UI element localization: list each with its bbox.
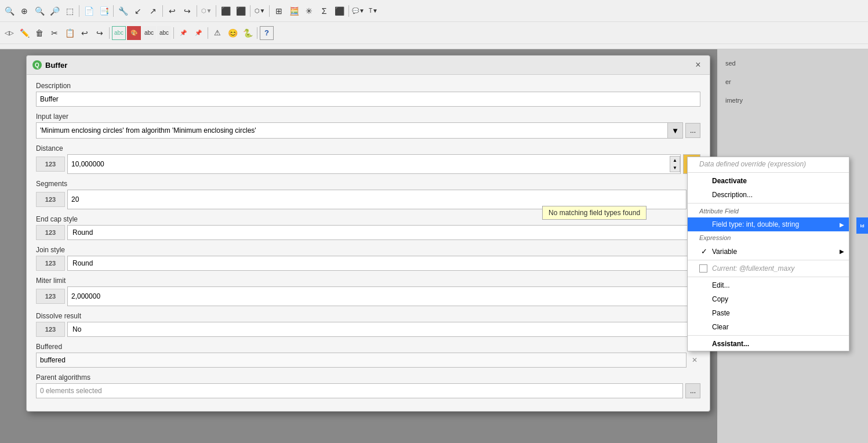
- input-layer-wrapper: ▼: [36, 122, 683, 139]
- toolbar-btn-pin[interactable]: 📌: [176, 26, 190, 40]
- dialog-close-button[interactable]: ×: [692, 59, 704, 71]
- menu-item-current: Current: @fullextent_maxy: [688, 262, 849, 275]
- menu-item-edit[interactable]: Edit...: [688, 278, 849, 292]
- miter-limit-controls: 123 ▲ ▼: [36, 286, 700, 306]
- toolbar-btn-label[interactable]: 💬▼: [351, 4, 365, 18]
- menu-item-variable[interactable]: ✓ Variable ▶: [688, 244, 849, 259]
- menu-field-type-text: Field type: int, double, string: [712, 220, 799, 228]
- toolbar-btn-calc[interactable]: 🧮: [287, 4, 301, 18]
- toolbar-btn-r3[interactable]: 🗑: [32, 26, 46, 40]
- toolbar-btn-sel[interactable]: ⬡▼: [253, 4, 267, 18]
- description-input[interactable]: [36, 92, 700, 107]
- end-cap-select[interactable]: Round: [67, 225, 700, 240]
- menu-item-deactivate[interactable]: Deactivate: [688, 174, 849, 188]
- toolbar-btn-snap[interactable]: ⬡▼: [199, 4, 213, 18]
- toolbar-btn-8[interactable]: 🔧: [116, 4, 130, 18]
- toolbar-btn-color[interactable]: 🎨: [127, 26, 141, 40]
- join-style-select[interactable]: Round: [67, 256, 700, 271]
- distance-down-btn[interactable]: ▼: [670, 164, 680, 172]
- toolbar-btn-abc1[interactable]: abc: [112, 26, 126, 40]
- toolbar-btn-3[interactable]: 🔍: [32, 4, 46, 18]
- toolbar-btn-redo[interactable]: ↪: [93, 26, 107, 40]
- toolbar-btn-1[interactable]: 🔍: [2, 4, 16, 18]
- toolbar-row-2: ◁▷ ✏️ 🗑 ✂ 📋 ↩ ↪ abc 🎨 abc abc 📌 📌 ⚠ 😊 🐍 …: [0, 22, 868, 44]
- toolbar-btn-7[interactable]: 📑: [97, 4, 111, 18]
- menu-description-text: Description...: [712, 191, 753, 199]
- parent-algorithms-row: Parent algorithms ...: [36, 373, 700, 398]
- toolbar-btn-ctrl[interactable]: ⬛: [332, 4, 346, 18]
- toolbar-btn-text[interactable]: T▼: [366, 4, 380, 18]
- menu-check-variable: ✓: [699, 247, 709, 256]
- description-label: Description: [36, 82, 700, 90]
- right-panel-content: sed er imetry er buffer: [723, 55, 862, 168]
- toolbar-btn-warn[interactable]: ⚠: [210, 26, 224, 40]
- parent-algorithms-input[interactable]: [36, 383, 683, 398]
- dissolve-select[interactable]: No: [67, 322, 700, 337]
- distance-controls: 123 ▲ ▼ ε: [36, 154, 700, 174]
- toolbar-btn-2[interactable]: ⊕: [17, 4, 31, 18]
- menu-item-assistant[interactable]: Assistant...: [688, 337, 849, 351]
- parent-algorithms-controls: ...: [36, 383, 700, 398]
- dissolve-controls: 123 No: [36, 322, 700, 337]
- parent-algorithms-dots-btn[interactable]: ...: [685, 383, 700, 398]
- toolbar-btn-sigma[interactable]: Σ: [317, 4, 331, 18]
- toolbar-btn-abc2[interactable]: abc: [142, 26, 156, 40]
- input-layer-row: Input layer ▼ ...: [36, 112, 700, 139]
- buffered-label: Buffered: [36, 343, 700, 351]
- toolbar-btn-face[interactable]: 😊: [226, 26, 239, 40]
- distance-input[interactable]: [68, 155, 670, 173]
- menu-sep-3: [688, 260, 849, 260]
- toolbar-btn-12[interactable]: ↪: [180, 4, 194, 18]
- menu-item-copy[interactable]: Copy: [688, 292, 849, 306]
- menu-item-description[interactable]: Description...: [688, 188, 849, 202]
- toolbar-btn-table[interactable]: ⊞: [272, 4, 286, 18]
- toolbar-btn-4[interactable]: 🔎: [48, 4, 61, 18]
- miter-input-wrapper: ▲ ▼: [67, 286, 700, 306]
- menu-item-paste[interactable]: Paste: [688, 306, 849, 320]
- toolbar-btn-r2[interactable]: ✏️: [17, 26, 31, 40]
- toolbar-btn-map2[interactable]: ⬛: [234, 4, 248, 18]
- toolbar-btn-10[interactable]: ↗: [146, 4, 160, 18]
- miter-limit-row: Miter limit 123 ▲ ▼: [36, 277, 700, 306]
- miter-limit-input[interactable]: [68, 287, 689, 306]
- buffered-clear-btn[interactable]: ✕: [689, 353, 700, 368]
- toolbar-btn-11[interactable]: ↩: [165, 4, 179, 18]
- buffered-controls: ✕: [36, 353, 700, 368]
- join-style-type-badge: 123: [36, 256, 65, 271]
- sep-r3: [208, 27, 208, 39]
- distance-up-btn[interactable]: ▲: [670, 157, 680, 164]
- toolbar-btn-5[interactable]: ⬚: [63, 4, 77, 18]
- toolbar-row-1: 🔍 ⊕ 🔍 🔎 ⬚ 📄 📑 🔧 ↙ ↗ ↩ ↪ ⬡▼ ⬛ ⬛ ⬡▼ ⊞ 🧮 ✳ …: [0, 0, 868, 22]
- toolbar-btn-abc3[interactable]: abc: [157, 26, 171, 40]
- miter-limit-type-badge: 123: [36, 289, 65, 304]
- toolbar-btn-r5[interactable]: 📋: [63, 26, 77, 40]
- toolbar-btn-9[interactable]: ↙: [131, 4, 145, 18]
- distance-label: Distance: [36, 144, 700, 152]
- sep-5: [216, 5, 216, 17]
- buffered-input[interactable]: [36, 353, 687, 368]
- dialog-title: Q Buffer: [32, 60, 67, 70]
- segments-row: Segments 123 ⚙: [36, 180, 700, 209]
- toolbar-btn-pin2[interactable]: 📌: [191, 26, 205, 40]
- blue-edge-button[interactable]: Id: [856, 217, 868, 234]
- sep-r1: [109, 27, 110, 39]
- toolbar-btn-snake[interactable]: 🐍: [241, 26, 255, 40]
- toolbar-btn-undo[interactable]: ↩: [78, 26, 92, 40]
- menu-assistant-text: Assistant...: [712, 340, 749, 348]
- right-text-3: imetry: [725, 97, 860, 104]
- toolbar-btn-r1[interactable]: ◁▷: [2, 26, 16, 40]
- toolbar-btn-stat[interactable]: ✳: [302, 4, 316, 18]
- description-row: Description: [36, 82, 700, 107]
- toolbar-btn-map[interactable]: ⬛: [219, 4, 233, 18]
- input-layer-input[interactable]: [37, 123, 667, 138]
- no-match-tooltip: No matching field types found: [542, 206, 647, 220]
- menu-item-field-type[interactable]: Field type: int, double, string ▶: [688, 217, 849, 231]
- input-layer-dots-btn[interactable]: ...: [685, 123, 700, 138]
- menu-item-clear[interactable]: Clear: [688, 320, 849, 334]
- distance-spinner[interactable]: ▲ ▼: [670, 156, 680, 172]
- toolbar-btn-r4[interactable]: ✂: [48, 26, 61, 40]
- toolbar-btn-6[interactable]: 📄: [82, 4, 96, 18]
- toolbar-btn-help[interactable]: ?: [260, 26, 274, 40]
- segments-label: Segments: [36, 180, 700, 188]
- input-layer-dropdown-btn[interactable]: ▼: [667, 123, 682, 138]
